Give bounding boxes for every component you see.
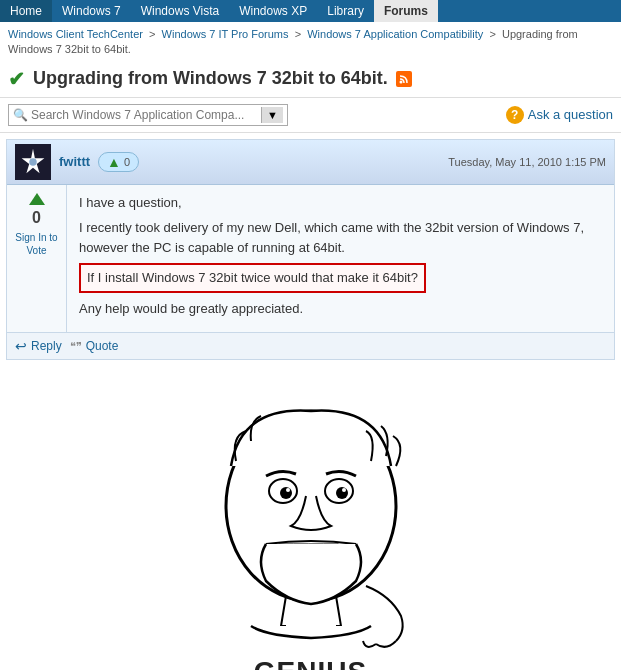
nav-library[interactable]: Library bbox=[317, 0, 374, 22]
sign-in-link[interactable]: Sign In to Vote bbox=[15, 231, 57, 257]
quote-icon: ❝❞ bbox=[70, 340, 82, 353]
breadcrumb-appcompat[interactable]: Windows 7 Application Compatibility bbox=[307, 28, 483, 40]
post-footer: ↩ Reply ❝❞ Quote bbox=[7, 332, 614, 359]
post-body-wrap: 0 Sign In to Vote I have a question, I r… bbox=[7, 185, 614, 333]
post-header: fwittt ▲ 0 Tuesday, May 11, 2010 1:15 PM bbox=[7, 140, 614, 185]
post-content: I have a question, I recently took deliv… bbox=[67, 185, 614, 333]
meme-image bbox=[171, 386, 451, 666]
ask-question-link[interactable]: ? Ask a question bbox=[506, 106, 613, 124]
post-highlighted-question: If I install Windows 7 32bit twice would… bbox=[79, 263, 426, 293]
checkmark-icon: ✔ bbox=[8, 67, 25, 91]
search-area: 🔍 ▼ ? Ask a question bbox=[0, 98, 621, 133]
svg-point-8 bbox=[286, 488, 290, 492]
svg-point-0 bbox=[399, 80, 402, 83]
post-paragraph3: Any help would be greatly appreciated. bbox=[79, 299, 602, 319]
page-title-area: ✔ Upgrading from Windows 7 32bit to 64bi… bbox=[0, 63, 621, 98]
svg-point-6 bbox=[280, 487, 292, 499]
nav-windows7[interactable]: Windows 7 bbox=[52, 0, 131, 22]
reply-button[interactable]: ↩ Reply bbox=[15, 338, 62, 354]
nav-home[interactable]: Home bbox=[0, 0, 52, 22]
svg-point-7 bbox=[336, 487, 348, 499]
ask-question-label: Ask a question bbox=[528, 107, 613, 122]
post-username: fwittt bbox=[59, 154, 90, 169]
svg-point-2 bbox=[29, 158, 37, 166]
rss-icon[interactable] bbox=[396, 71, 412, 87]
meme-area: GENIUS bbox=[0, 366, 621, 670]
nav-windows-xp[interactable]: Windows XP bbox=[229, 0, 317, 22]
search-dropdown-button[interactable]: ▼ bbox=[261, 107, 283, 123]
post-paragraph2: I recently took delivery of my new Dell,… bbox=[79, 218, 602, 257]
search-icon: 🔍 bbox=[13, 108, 28, 122]
avatar bbox=[15, 144, 51, 180]
page-title-text: Upgrading from Windows 7 32bit to 64bit. bbox=[33, 68, 388, 89]
post-container: fwittt ▲ 0 Tuesday, May 11, 2010 1:15 PM… bbox=[6, 139, 615, 361]
breadcrumb-techcenter[interactable]: Windows Client TechCenter bbox=[8, 28, 143, 40]
reply-icon: ↩ bbox=[15, 338, 27, 354]
points-value: 0 bbox=[124, 156, 130, 168]
page-title: ✔ Upgrading from Windows 7 32bit to 64bi… bbox=[8, 67, 613, 91]
post-date: Tuesday, May 11, 2010 1:15 PM bbox=[448, 156, 606, 168]
breadcrumb: Windows Client TechCenter > Windows 7 IT… bbox=[0, 22, 621, 63]
nav-forums[interactable]: Forums bbox=[374, 0, 438, 22]
reply-label: Reply bbox=[31, 339, 62, 353]
genius-label: GENIUS bbox=[254, 656, 367, 670]
nav-windows-vista[interactable]: Windows Vista bbox=[131, 0, 229, 22]
points-up-icon: ▲ bbox=[107, 154, 121, 170]
quote-button[interactable]: ❝❞ Quote bbox=[70, 339, 119, 353]
post-paragraph1: I have a question, bbox=[79, 193, 602, 213]
top-navigation: Home Windows 7 Windows Vista Windows XP … bbox=[0, 0, 621, 22]
points-badge: ▲ 0 bbox=[98, 152, 139, 172]
search-wrap: 🔍 ▼ bbox=[8, 104, 288, 126]
svg-point-9 bbox=[342, 488, 346, 492]
vote-count: 0 bbox=[32, 209, 41, 227]
quote-label: Quote bbox=[86, 339, 119, 353]
post-sidebar: 0 Sign In to Vote bbox=[7, 185, 67, 333]
breadcrumb-win7forums[interactable]: Windows 7 IT Pro Forums bbox=[162, 28, 289, 40]
search-input[interactable] bbox=[31, 108, 261, 122]
vote-up-button[interactable] bbox=[29, 193, 45, 205]
question-icon: ? bbox=[506, 106, 524, 124]
